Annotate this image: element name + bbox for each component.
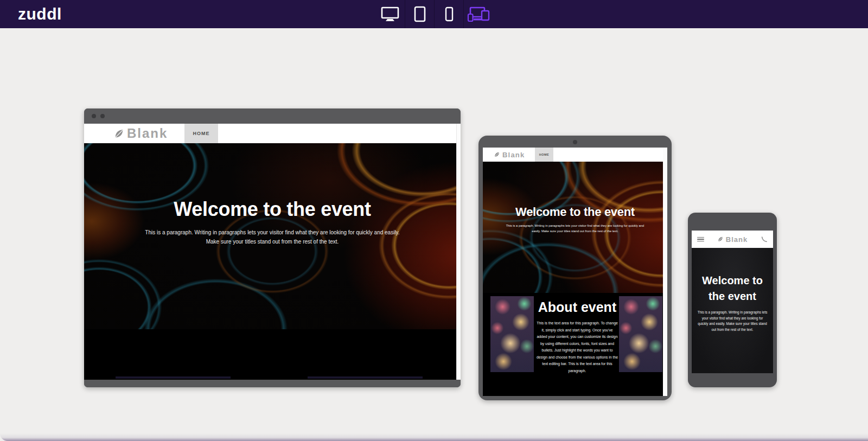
mobile-preview-frame: Blank Welcome to the event This is a par…	[688, 213, 777, 387]
tablet-viewport: Blank HOME Welcome to the event This is …	[483, 148, 667, 396]
mobile-preview-button[interactable]	[434, 0, 463, 28]
smartphone-icon	[445, 7, 454, 22]
site-navbar: Blank	[692, 231, 773, 248]
desktop-scrollbar[interactable]	[456, 124, 461, 380]
hero-text-block: Welcome to the event This is a paragraph…	[503, 205, 647, 234]
leaf-icon	[717, 236, 724, 242]
site-logo[interactable]: Blank	[494, 151, 525, 159]
site-logo-text: Blank	[127, 126, 168, 141]
browser-titlebar	[84, 108, 461, 124]
hamburger-icon[interactable]	[697, 237, 704, 242]
tablet-scrollbar[interactable]	[663, 148, 667, 396]
about-title: About event	[536, 299, 618, 315]
hero-section: Welcome to the event This is a paragraph…	[84, 143, 461, 329]
site-logo[interactable]: Blank	[113, 126, 168, 141]
about-section: About event This is the text area for th…	[483, 293, 667, 396]
browser-dot	[100, 114, 105, 118]
zuddl-logo: zuddl	[18, 0, 62, 28]
device-switcher	[375, 0, 493, 28]
tablet-preview-frame: Blank HOME Welcome to the event This is …	[478, 136, 672, 400]
tablet-preview-button[interactable]	[405, 0, 434, 28]
leaf-icon	[113, 128, 125, 139]
about-paragraph: This is the text area for this paragraph…	[536, 320, 618, 375]
about-image-peek	[116, 376, 231, 379]
leaf-icon	[494, 151, 500, 158]
monitor-icon	[381, 7, 399, 22]
nav-home-link[interactable]: HOME	[535, 148, 553, 162]
tablet-icon	[414, 6, 426, 22]
about-image-peek	[308, 376, 423, 379]
next-section-fold	[84, 329, 461, 380]
all-devices-preview-button[interactable]	[463, 0, 493, 28]
nav-home-link[interactable]: HOME	[184, 124, 218, 143]
phone-handset-icon[interactable]	[761, 236, 768, 243]
editor-canvas: zuddl	[0, 0, 868, 441]
about-photo-left	[490, 296, 534, 372]
hero-paragraph: This is a paragraph. Writing in paragrap…	[145, 228, 400, 246]
panel-bottom-edge	[0, 433, 868, 441]
camera-dot	[573, 140, 577, 144]
mobile-viewport: Blank Welcome to the event This is a par…	[692, 231, 773, 373]
site-navbar: Blank HOME	[84, 124, 461, 143]
about-text-block: About event This is the text area for th…	[536, 299, 618, 375]
topbar: zuddl	[0, 0, 868, 28]
site-logo-text: Blank	[726, 235, 748, 244]
hero-title: Welcome to the event	[697, 273, 768, 304]
hero-text-block: Welcome to the event This is a paragraph…	[145, 198, 400, 246]
site-logo[interactable]: Blank	[717, 235, 748, 244]
browser-bottombar	[84, 380, 461, 387]
site-logo-text: Blank	[502, 151, 525, 159]
desktop-preview-frame: Blank HOME Welcome to the event This is …	[84, 108, 461, 387]
about-photo-right	[619, 296, 662, 372]
responsive-devices-icon	[467, 6, 490, 22]
hero-paragraph: This is a paragraph. Writing in paragrap…	[697, 310, 768, 333]
hero-title: Welcome to the event	[503, 205, 647, 219]
desktop-viewport: Blank HOME Welcome to the event This is …	[84, 124, 461, 380]
hero-section: Welcome to the event This is a paragraph…	[483, 162, 667, 293]
hero-paragraph: This is a paragraph. Writing in paragrap…	[503, 223, 647, 234]
desktop-preview-button[interactable]	[375, 0, 405, 28]
hero-section: Welcome to the event This is a paragraph…	[692, 248, 773, 373]
browser-dot	[92, 114, 96, 118]
site-navbar: Blank HOME	[483, 148, 667, 162]
hero-title: Welcome to the event	[145, 198, 400, 221]
